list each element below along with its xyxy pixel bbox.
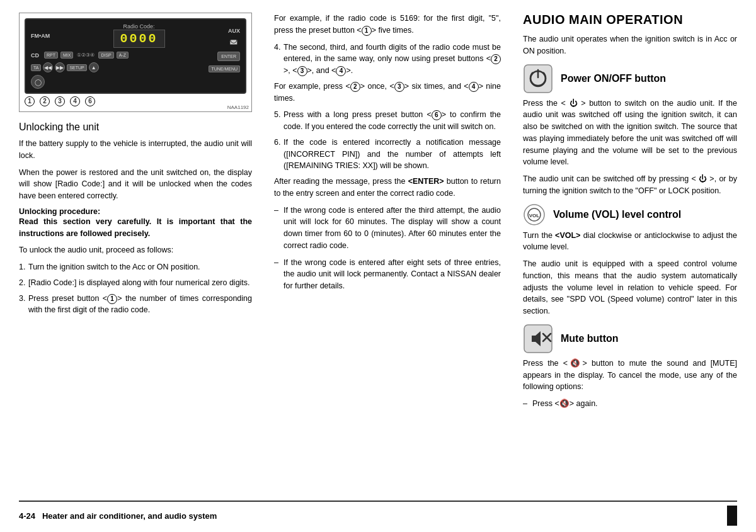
btn-az: A-Z: [117, 52, 129, 59]
radio-bottom-row: ◯: [31, 75, 240, 89]
center-dash-2: If the wrong code is entered after eight…: [274, 257, 501, 292]
step-num-2: 2.: [19, 277, 25, 289]
mute-icon-row: Mute button: [523, 324, 737, 354]
audio-section-title: AUDIO MAIN OPERATION: [523, 13, 737, 27]
preset-3: 3: [55, 96, 65, 106]
center-dash-list: If the wrong code is entered after the t…: [274, 205, 501, 292]
btn-rpt: RPT: [44, 52, 58, 59]
left-step-2: 2. [Radio Code:] is displayed along with…: [19, 277, 252, 289]
power-sub-heading: Power ON/OFF button: [561, 73, 666, 84]
step-text-5: Press with a long press preset button <6…: [284, 110, 501, 131]
unlocking-proc-label: Unlocking procedure:: [19, 207, 252, 216]
center-example: For example, press <2> once, <3> six tim…: [274, 81, 501, 105]
radio-lower-row: TA ◀◀ ▶▶ SETUP ▲ TUNE/MENU: [31, 62, 240, 72]
mute-dash-1: Press <🔇> again.: [523, 398, 737, 410]
preset-dots: ①②③④: [77, 52, 94, 58]
left-column: FM•AM Radio Code: 0000 AUX ◛ CD RPT: [19, 13, 265, 495]
footer-black-bar: [727, 506, 737, 526]
left-para1: If the battery supply to the vehicle is …: [19, 138, 252, 162]
radio-unit: FM•AM Radio Code: 0000 AUX ◛ CD RPT: [25, 18, 246, 94]
preset-4: 4: [70, 96, 80, 106]
main-content: FM•AM Radio Code: 0000 AUX ◛ CD RPT: [19, 13, 737, 495]
mute-dash-list: Press <🔇> again.: [523, 398, 737, 410]
step-num-4: 4.: [274, 42, 280, 54]
vol-knob: ◯: [31, 75, 45, 89]
section-title: Unlocking the unit: [19, 122, 252, 133]
radio-code-display: 0000: [113, 30, 165, 48]
preset-2: 2: [40, 96, 50, 106]
center-step-6: 6. If the code is entered incorrectly a …: [274, 137, 501, 172]
power-icon: [523, 64, 553, 94]
preset-numbers: 1 2 3 4 6: [25, 96, 95, 106]
vol-para2: The audio unit is equipped with a speed …: [523, 258, 737, 317]
radio-diagram: FM•AM Radio Code: 0000 AUX ◛ CD RPT: [19, 13, 252, 112]
tunemenu-area: TUNE/MENU: [209, 63, 240, 72]
btn-enter: ENTER: [217, 52, 240, 61]
btn-next: ▶▶: [55, 62, 65, 72]
step-text-3: Press preset button <1> the number of ti…: [28, 294, 252, 315]
step-text-1: Turn the ignition switch to the Acc or O…: [28, 263, 200, 271]
read-carefully: Read this section very carefully. It is …: [19, 216, 252, 240]
naa-label: NAA1192: [227, 105, 249, 110]
footer-text-area: 4-24 Heater and air conditioner, and aud…: [19, 511, 217, 521]
step-text-2: [Radio Code:] is displayed along with fo…: [28, 278, 250, 287]
audio-para1: The audio unit operates when the ignitio…: [523, 33, 737, 57]
page-container: FM•AM Radio Code: 0000 AUX ◛ CD RPT: [0, 0, 756, 532]
btn-setup: SETUP: [67, 64, 86, 71]
preset-6: 6: [85, 96, 95, 106]
step-text-6: If the code is entered incorrectly a not…: [284, 138, 501, 171]
radio-code-label: Radio Code:: [123, 23, 155, 30]
footer-section: Heater and air conditioner, and audio sy…: [38, 511, 217, 521]
center-steps-list: 4. The second, third, and fourth digits …: [274, 42, 501, 77]
footer-page-num: 4-24: [19, 511, 35, 521]
step-num-6: 6.: [274, 137, 280, 149]
mute-desc: Press the <🔇> button to mute the sound a…: [523, 358, 737, 393]
step-text-4: The second, third, and fourth digits of …: [284, 43, 501, 76]
curve-icon: ◛: [229, 34, 238, 44]
btn-mix: MIX: [60, 52, 73, 59]
step-num-3: 3.: [19, 293, 25, 305]
center-step-4: 4. The second, third, and fourth digits …: [274, 42, 501, 77]
vol-icon-row: VOL Volume (VOL) level control: [523, 203, 737, 226]
step-num-5: 5.: [274, 109, 280, 121]
left-step-3: 3. Press preset button <1> the number of…: [19, 293, 252, 317]
vol-sub-heading: Volume (VOL) level control: [553, 209, 681, 220]
page-footer: 4-24 Heater and air conditioner, and aud…: [19, 501, 737, 526]
mute-icon: [523, 324, 553, 354]
vol-icon: VOL: [523, 203, 546, 226]
aux-label: AUX: [228, 28, 240, 34]
btn-prev: ◀◀: [43, 62, 53, 72]
btn-disp: DISP: [98, 52, 113, 59]
mute-sub-heading: Mute button: [561, 333, 619, 344]
center-step-5: 5. Press with a long press preset button…: [274, 109, 501, 133]
diagram-bottom: 1 2 3 4 6 NAA1192: [25, 94, 246, 106]
enter-btn-area: ENTER: [217, 50, 240, 60]
btn-tunemenu: TUNE/MENU: [209, 65, 240, 72]
after-reading: After reading the message, press the <EN…: [274, 176, 501, 200]
btn-up: ▲: [89, 62, 99, 72]
power-para2: The audio unit can be switched off by pr…: [523, 173, 737, 197]
svg-rect-0: [524, 65, 552, 93]
to-unlock: To unlock the audio unit, proceed as fol…: [19, 244, 252, 256]
cd-label: CD: [31, 52, 39, 59]
btn-ta: TA: [31, 64, 41, 71]
center-steps-list-2: 5. Press with a long press preset button…: [274, 109, 501, 172]
preset-1: 1: [25, 96, 35, 106]
step-num-1: 1.: [19, 261, 25, 273]
svg-text:VOL: VOL: [529, 213, 540, 218]
radio-top-row: FM•AM Radio Code: 0000 AUX ◛: [31, 23, 240, 48]
ta-controls: TA ◀◀ ▶▶ SETUP ▲: [31, 62, 99, 72]
right-column: AUDIO MAIN OPERATION The audio unit oper…: [510, 13, 737, 495]
center-intro: For example, if the radio code is 5169: …: [274, 13, 501, 37]
radio-middle-row: CD RPT MIX ①②③④ DISP A-Z ENTER: [31, 50, 240, 60]
vol-desc: Turn the <VOL> dial clockwise or anticlo…: [523, 230, 737, 254]
left-para2: When the power is restored and the unit …: [19, 167, 252, 202]
center-column: For example, if the radio code is 5169: …: [265, 13, 510, 495]
center-dash-1: If the wrong code is entered after the t…: [274, 205, 501, 252]
left-step-1: 1. Turn the ignition switch to the Acc o…: [19, 261, 252, 273]
left-steps-list: 1. Turn the ignition switch to the Acc o…: [19, 261, 252, 316]
power-icon-row: Power ON/OFF button: [523, 64, 737, 94]
fm-am-label: FM•AM: [31, 33, 50, 39]
power-desc: Press the < ⏻ > button to switch on the …: [523, 98, 737, 169]
